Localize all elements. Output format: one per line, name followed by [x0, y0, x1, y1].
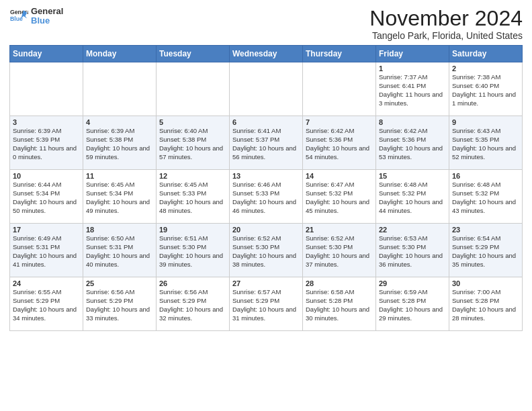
calendar-cell: 1Sunrise: 7:37 AM Sunset: 6:41 PM Daylig…: [376, 62, 449, 116]
calendar-cell: 8Sunrise: 6:42 AM Sunset: 5:36 PM Daylig…: [376, 116, 449, 170]
calendar-row: 1Sunrise: 7:37 AM Sunset: 6:41 PM Daylig…: [10, 62, 523, 116]
calendar-cell: 26Sunrise: 6:56 AM Sunset: 5:29 PM Dayli…: [157, 277, 230, 331]
cell-info: Sunrise: 6:52 AM Sunset: 5:30 PM Dayligh…: [232, 234, 300, 269]
cell-info: Sunrise: 6:43 AM Sunset: 5:35 PM Dayligh…: [452, 127, 519, 161]
cell-info: Sunrise: 6:52 AM Sunset: 5:30 PM Dayligh…: [306, 234, 373, 269]
calendar-cell: 20Sunrise: 6:52 AM Sunset: 5:30 PM Dayli…: [230, 224, 303, 277]
calendar-cell: 5Sunrise: 6:40 AM Sunset: 5:38 PM Daylig…: [157, 116, 230, 170]
cell-info: Sunrise: 6:39 AM Sunset: 5:39 PM Dayligh…: [13, 127, 80, 161]
cell-info: Sunrise: 7:00 AM Sunset: 5:28 PM Dayligh…: [452, 288, 519, 322]
header-day: Wednesday: [230, 46, 303, 62]
page: General Blue General Blue November 2024 …: [0, 0, 532, 411]
calendar-table: SundayMondayTuesdayWednesdayThursdayFrid…: [9, 45, 523, 331]
calendar-cell: [10, 62, 83, 116]
day-number: 22: [379, 226, 446, 234]
cell-info: Sunrise: 6:45 AM Sunset: 5:34 PM Dayligh…: [86, 181, 153, 215]
header-day: Saturday: [449, 46, 523, 62]
cell-info: Sunrise: 6:54 AM Sunset: 5:29 PM Dayligh…: [452, 234, 519, 269]
day-number: 3: [13, 118, 80, 126]
day-number: 10: [13, 172, 80, 180]
calendar-cell: 17Sunrise: 6:49 AM Sunset: 5:31 PM Dayli…: [10, 224, 83, 277]
cell-info: Sunrise: 6:45 AM Sunset: 5:33 PM Dayligh…: [159, 181, 226, 215]
day-number: 29: [379, 279, 446, 287]
day-number: 26: [159, 279, 226, 287]
header-day: Sunday: [10, 46, 83, 62]
calendar-cell: 25Sunrise: 6:56 AM Sunset: 5:29 PM Dayli…: [83, 277, 157, 331]
day-number: 21: [306, 226, 373, 234]
cell-info: Sunrise: 6:59 AM Sunset: 5:28 PM Dayligh…: [379, 288, 446, 322]
calendar-cell: 21Sunrise: 6:52 AM Sunset: 5:30 PM Dayli…: [303, 224, 376, 277]
cell-info: Sunrise: 6:42 AM Sunset: 5:36 PM Dayligh…: [379, 127, 446, 161]
cell-info: Sunrise: 7:38 AM Sunset: 6:40 PM Dayligh…: [452, 73, 519, 107]
calendar-cell: 27Sunrise: 6:57 AM Sunset: 5:29 PM Dayli…: [230, 277, 303, 331]
cell-info: Sunrise: 6:48 AM Sunset: 5:32 PM Dayligh…: [379, 181, 446, 215]
header-day: Monday: [83, 46, 157, 62]
svg-text:Blue: Blue: [10, 15, 23, 22]
cell-info: Sunrise: 6:46 AM Sunset: 5:33 PM Dayligh…: [232, 181, 300, 215]
title-block: November 2024 Tangelo Park, Florida, Uni…: [369, 7, 523, 41]
calendar-cell: 30Sunrise: 7:00 AM Sunset: 5:28 PM Dayli…: [449, 277, 523, 331]
cell-info: Sunrise: 6:56 AM Sunset: 5:29 PM Dayligh…: [159, 288, 226, 322]
cell-info: Sunrise: 6:47 AM Sunset: 5:32 PM Dayligh…: [306, 181, 373, 215]
header-day: Thursday: [303, 46, 376, 62]
header-day: Friday: [376, 46, 449, 62]
cell-info: Sunrise: 6:56 AM Sunset: 5:29 PM Dayligh…: [86, 288, 153, 322]
calendar-cell: 11Sunrise: 6:45 AM Sunset: 5:34 PM Dayli…: [83, 170, 157, 224]
calendar-cell: [230, 62, 303, 116]
cell-info: Sunrise: 6:41 AM Sunset: 5:37 PM Dayligh…: [232, 127, 300, 161]
day-number: 4: [86, 118, 153, 126]
calendar-cell: [83, 62, 157, 116]
calendar-cell: 18Sunrise: 6:50 AM Sunset: 5:31 PM Dayli…: [83, 224, 157, 277]
calendar-cell: 10Sunrise: 6:44 AM Sunset: 5:34 PM Dayli…: [10, 170, 83, 224]
day-number: 24: [13, 279, 80, 287]
cell-info: Sunrise: 6:39 AM Sunset: 5:38 PM Dayligh…: [86, 127, 153, 161]
day-number: 28: [306, 279, 373, 287]
calendar-cell: 12Sunrise: 6:45 AM Sunset: 5:33 PM Dayli…: [157, 170, 230, 224]
day-number: 11: [86, 172, 153, 180]
calendar-row: 10Sunrise: 6:44 AM Sunset: 5:34 PM Dayli…: [10, 170, 523, 224]
cell-info: Sunrise: 6:40 AM Sunset: 5:38 PM Dayligh…: [159, 127, 226, 161]
calendar-cell: 3Sunrise: 6:39 AM Sunset: 5:39 PM Daylig…: [10, 116, 83, 170]
main-title: November 2024: [369, 7, 523, 30]
day-number: 13: [232, 172, 300, 180]
logo: General Blue General Blue: [9, 7, 63, 26]
day-number: 9: [452, 118, 519, 126]
cell-info: Sunrise: 6:50 AM Sunset: 5:31 PM Dayligh…: [86, 234, 153, 269]
day-number: 27: [232, 279, 300, 287]
day-number: 12: [159, 172, 226, 180]
cell-info: Sunrise: 6:51 AM Sunset: 5:30 PM Dayligh…: [159, 234, 226, 269]
day-number: 7: [306, 118, 373, 126]
logo-icon: General Blue: [9, 7, 28, 26]
calendar-row: 17Sunrise: 6:49 AM Sunset: 5:31 PM Dayli…: [10, 224, 523, 277]
calendar-cell: 28Sunrise: 6:58 AM Sunset: 5:28 PM Dayli…: [303, 277, 376, 331]
subtitle: Tangelo Park, Florida, United States: [369, 30, 523, 41]
calendar-cell: 15Sunrise: 6:48 AM Sunset: 5:32 PM Dayli…: [376, 170, 449, 224]
header-day: Tuesday: [157, 46, 230, 62]
calendar-cell: [157, 62, 230, 116]
calendar-cell: 23Sunrise: 6:54 AM Sunset: 5:29 PM Dayli…: [449, 224, 523, 277]
calendar-cell: [303, 62, 376, 116]
calendar-cell: 7Sunrise: 6:42 AM Sunset: 5:36 PM Daylig…: [303, 116, 376, 170]
calendar-cell: 14Sunrise: 6:47 AM Sunset: 5:32 PM Dayli…: [303, 170, 376, 224]
day-number: 16: [452, 172, 519, 180]
calendar-cell: 9Sunrise: 6:43 AM Sunset: 5:35 PM Daylig…: [449, 116, 523, 170]
day-number: 1: [379, 64, 446, 73]
calendar-cell: 29Sunrise: 6:59 AM Sunset: 5:28 PM Dayli…: [376, 277, 449, 331]
calendar-cell: 16Sunrise: 6:48 AM Sunset: 5:32 PM Dayli…: [449, 170, 523, 224]
day-number: 19: [159, 226, 226, 234]
calendar-cell: 2Sunrise: 7:38 AM Sunset: 6:40 PM Daylig…: [449, 62, 523, 116]
day-number: 2: [452, 64, 519, 73]
day-number: 17: [13, 226, 80, 234]
calendar-row: 24Sunrise: 6:55 AM Sunset: 5:29 PM Dayli…: [10, 277, 523, 331]
day-number: 15: [379, 172, 446, 180]
header: General Blue General Blue November 2024 …: [9, 7, 523, 41]
cell-info: Sunrise: 7:37 AM Sunset: 6:41 PM Dayligh…: [379, 73, 446, 107]
calendar-cell: 4Sunrise: 6:39 AM Sunset: 5:38 PM Daylig…: [83, 116, 157, 170]
calendar-cell: 6Sunrise: 6:41 AM Sunset: 5:37 PM Daylig…: [230, 116, 303, 170]
logo-line1: General: [31, 7, 63, 16]
cell-info: Sunrise: 6:53 AM Sunset: 5:30 PM Dayligh…: [379, 234, 446, 269]
day-number: 14: [306, 172, 373, 180]
day-number: 30: [452, 279, 519, 287]
cell-info: Sunrise: 6:42 AM Sunset: 5:36 PM Dayligh…: [306, 127, 373, 161]
calendar-row: 3Sunrise: 6:39 AM Sunset: 5:39 PM Daylig…: [10, 116, 523, 170]
